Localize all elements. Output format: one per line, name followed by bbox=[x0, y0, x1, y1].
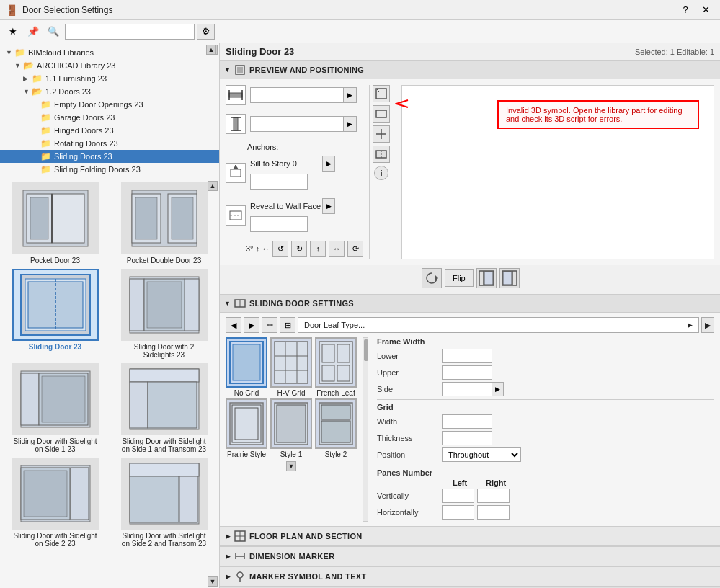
preview-2d-btn[interactable] bbox=[373, 105, 390, 122]
tree-item-hinged[interactable]: 📁 Hinged Doors 23 bbox=[0, 124, 219, 137]
door-types-scroll-btn[interactable]: ▼ bbox=[286, 461, 296, 471]
thumb-sliding-2-sidelights[interactable]: Sliding Door with 2 Sidelights 23 bbox=[112, 269, 216, 359]
rotate-right-btn[interactable]: ↻ bbox=[291, 241, 307, 257]
tree-item-doors23[interactable]: ▼ 📂 1.2 Doors 23 bbox=[0, 85, 219, 98]
reveal-arrow-btn[interactable]: ▶ bbox=[322, 198, 335, 214]
tree-item-furnishing[interactable]: ▶ 📁 1.1 Furnishing 23 bbox=[0, 72, 219, 85]
thumb-label-sidelight-1: Sliding Door with Sidelight on Side 1 23 bbox=[12, 437, 99, 453]
section-sds-header[interactable]: ▼ SLIDING DOOR SETTINGS bbox=[220, 294, 720, 313]
chevron-floor-plan: ▶ bbox=[226, 533, 231, 540]
svg-rect-18 bbox=[147, 282, 182, 328]
settings-button[interactable]: ⚙ bbox=[197, 24, 215, 40]
thumb-sidelight-2-transom[interactable]: Sliding Door with Sidelight on Side 2 an… bbox=[112, 458, 216, 548]
width-input[interactable]: 5516 bbox=[250, 87, 344, 103]
grid-position-dropdown[interactable]: Throughout bbox=[442, 447, 521, 462]
lower-input[interactable]: 200 bbox=[442, 349, 492, 363]
thumb-pocket-double[interactable]: Pocket Double Door 23 bbox=[112, 182, 216, 264]
thumb-sidelight-1-transom[interactable]: Sliding Door with Sidelight on Side 1 an… bbox=[112, 363, 216, 453]
close-button[interactable]: ✕ bbox=[697, 3, 714, 17]
sds-next-btn[interactable]: ▶ bbox=[244, 317, 259, 333]
mirror-v-btn[interactable]: ↔ bbox=[329, 241, 345, 257]
section-floor-plan-header[interactable]: ▶ FLOOR PLAN AND SECTION bbox=[220, 526, 720, 546]
folder-icon-hinged: 📁 bbox=[40, 125, 52, 135]
door-types-row-1: No Grid bbox=[226, 337, 357, 397]
rotate-reset-btn[interactable] bbox=[422, 268, 442, 288]
height-input[interactable]: 2740 bbox=[250, 116, 344, 132]
reset-btn[interactable]: ⟳ bbox=[347, 241, 363, 257]
thumb-sidelight-2[interactable]: Sliding Door with Sidelight on Side 2 23 bbox=[3, 458, 107, 548]
sds-edit-btn[interactable]: ✏ bbox=[262, 317, 277, 333]
section-preview-header[interactable]: ▼ PREVIEW AND POSITIONING bbox=[220, 61, 720, 79]
rotate-left-btn[interactable]: ↺ bbox=[272, 241, 288, 257]
titlebar-buttons: ? ✕ bbox=[677, 3, 714, 17]
panes-vert-left-input[interactable]: 4 bbox=[442, 489, 474, 503]
tree-item-sliding[interactable]: 📁 Sliding Doors 23 bbox=[0, 150, 219, 163]
preview-3d-btn[interactable] bbox=[373, 85, 390, 102]
svg-rect-82 bbox=[321, 405, 350, 419]
tree-item-garage[interactable]: 📁 Garage Doors 23 bbox=[0, 111, 219, 124]
tree-label-garage: Garage Doors 23 bbox=[54, 113, 115, 122]
side-input[interactable]: 100 bbox=[442, 382, 492, 396]
tree-item-empty-doors[interactable]: 📁 Empty Door Openings 23 bbox=[0, 98, 219, 111]
sds-copy-btn[interactable]: ⊞ bbox=[280, 317, 295, 333]
tree-label-sliding: Sliding Doors 23 bbox=[54, 152, 112, 161]
help-button[interactable]: ? bbox=[677, 3, 694, 17]
door-types-row-2: Prairie Style Style 1 bbox=[226, 398, 357, 458]
width-arrow-btn[interactable]: ▶ bbox=[344, 87, 357, 103]
preview-section-btn[interactable] bbox=[373, 146, 390, 163]
section-marker-header[interactable]: ▶ MARKER SYMBOL AND TEXT bbox=[220, 566, 720, 587]
side-arrow-btn[interactable]: ▶ bbox=[492, 382, 504, 396]
chevron-preview: ▼ bbox=[224, 66, 231, 74]
toolbar-btn-star[interactable]: ★ bbox=[4, 23, 22, 40]
flip-button[interactable]: Flip bbox=[445, 270, 474, 287]
door-type-no-grid[interactable]: No Grid bbox=[226, 337, 267, 397]
tree-item-bimcloud[interactable]: ▼ 📁 BIMcloud Libraries bbox=[0, 46, 219, 59]
reveal-input[interactable]: -30 bbox=[250, 216, 308, 232]
panes-horiz-left-input[interactable]: 3 bbox=[442, 505, 474, 520]
toolbar-btn-pin[interactable]: 📌 bbox=[25, 23, 42, 40]
door-type-img-no-grid bbox=[226, 337, 267, 388]
height-input-wrap: 2740 ▶ bbox=[250, 116, 357, 132]
panes-vert-right-input[interactable]: 4 bbox=[477, 489, 510, 503]
tree-item-rotating[interactable]: 📁 Rotating Doors 23 bbox=[0, 137, 219, 150]
right-header: Sliding Door 23 Selected: 1 Editable: 1 bbox=[220, 43, 720, 61]
sill-arrow-btn[interactable]: ▶ bbox=[322, 156, 335, 172]
tree-scroll-up[interactable]: ▲ bbox=[206, 45, 216, 55]
door-type-french-leaf[interactable]: French Leaf bbox=[315, 337, 357, 397]
info-button[interactable]: i bbox=[374, 166, 388, 180]
search-input[interactable] bbox=[65, 24, 195, 40]
thumb-sidelight-1[interactable]: Sliding Door with Sidelight on Side 1 23 bbox=[3, 363, 107, 453]
door-leaf-type-dropdown[interactable]: Door Leaf Type... ▶ bbox=[298, 317, 699, 333]
upper-input[interactable]: 100 bbox=[442, 365, 492, 380]
door-type-style2[interactable]: Style 2 bbox=[315, 398, 357, 458]
tree-item-archicad[interactable]: ▼ 📂 ARCHICAD Library 23 bbox=[0, 59, 219, 72]
marker-icon bbox=[234, 570, 246, 583]
anchor-input[interactable]: -40 bbox=[250, 174, 308, 190]
mirror-h-btn[interactable]: ↕ bbox=[310, 241, 326, 257]
door-type-hv-grid[interactable]: H-V Grid bbox=[270, 337, 312, 397]
door-type-img-style2 bbox=[315, 398, 357, 449]
thumb-sliding-door[interactable]: Sliding Door 23 bbox=[3, 269, 107, 359]
tree-item-sliding-folding[interactable]: 📁 Sliding Folding Doors 23 bbox=[0, 163, 219, 176]
thumb-pocket-door[interactable]: Pocket Door 23 bbox=[3, 182, 107, 264]
preview-floor-btn[interactable] bbox=[373, 125, 390, 143]
section-floor-title: FLOOR PLAN AND SECTION bbox=[249, 532, 363, 540]
svg-rect-33 bbox=[179, 476, 197, 522]
door-left-btn[interactable] bbox=[476, 268, 497, 288]
rotation-row: 3° ↕ ↔ ↺ ↻ ↕ ↔ ⟳ bbox=[226, 241, 363, 259]
svg-rect-9 bbox=[172, 197, 193, 239]
door-type-style1[interactable]: Style 1 bbox=[270, 398, 312, 458]
section-dimension-header[interactable]: ▶ DIMENSION MARKER bbox=[220, 546, 720, 566]
toolbar-btn-search[interactable]: 🔍 bbox=[45, 23, 62, 40]
thumbs-scroll-up[interactable]: ▲ bbox=[208, 181, 218, 191]
sds-expand-btn[interactable]: ▶ bbox=[701, 317, 714, 333]
thumbs-scroll-down[interactable]: ▼ bbox=[208, 576, 218, 587]
sds-prev-btn[interactable]: ◀ bbox=[226, 317, 241, 333]
panes-horiz-right-input[interactable]: 3 bbox=[477, 505, 510, 520]
grid-width-input[interactable]: 12 bbox=[442, 414, 492, 429]
reveal-inputs: Reveal to Wall Face ▶ -30 bbox=[250, 198, 335, 232]
door-right-btn[interactable] bbox=[499, 268, 520, 288]
door-type-prairie[interactable]: Prairie Style bbox=[226, 398, 267, 458]
height-arrow-btn[interactable]: ▶ bbox=[344, 116, 357, 132]
grid-thickness-input[interactable]: 25 bbox=[442, 431, 492, 445]
